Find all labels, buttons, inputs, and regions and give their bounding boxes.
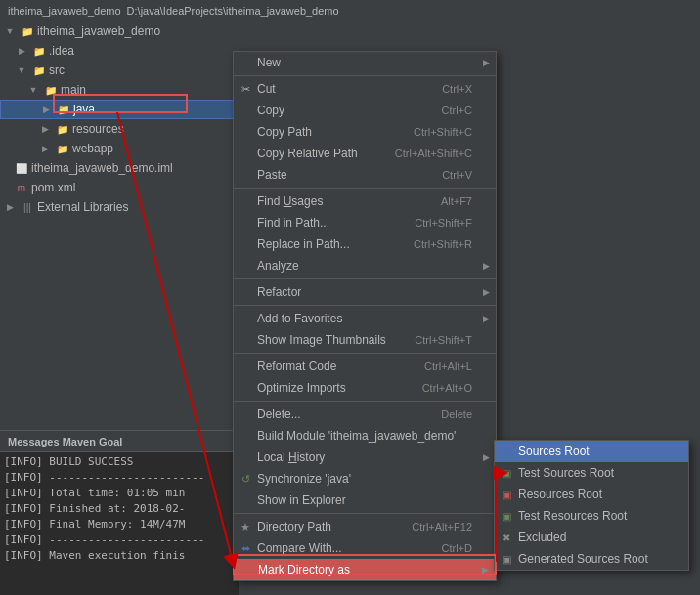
- compare-icon: ⬌: [238, 542, 253, 555]
- mark-directory-submenu: ▣ Sources Root ▣ Test Sources Root ▣ Res…: [494, 440, 689, 571]
- tree-item-iml[interactable]: ⬜ itheima_javaweb_demo.iml: [0, 158, 235, 178]
- menu-item-new[interactable]: New: [234, 52, 496, 73]
- menu-label: Show Image Thumbnails: [257, 333, 386, 347]
- console-content: [INFO] BUILD SUCCESS [INFO] ------------…: [0, 452, 239, 566]
- tree-item-java[interactable]: ▶ 📁 java: [0, 100, 235, 119]
- tree-item-pom[interactable]: m pom.xml: [0, 178, 235, 197]
- tree-item-idea[interactable]: ▶ 📁 .idea: [0, 41, 235, 61]
- shortcut-label: Ctrl+Shift+T: [415, 334, 488, 346]
- menu-item-replace-in-path[interactable]: Replace in Path... Ctrl+Shift+R: [234, 234, 496, 255]
- project-name: itheima_javaweb_demo: [8, 5, 121, 17]
- menu-item-compare[interactable]: ⬌ Compare With... Ctrl+D: [234, 537, 496, 559]
- shortcut-label: Ctrl+Shift+F: [415, 217, 488, 229]
- project-path: D:\java\IdeaProjects\itheima_javaweb_dem…: [127, 5, 339, 17]
- submenu-item-test-resources[interactable]: ▣ Test Resources Root: [495, 505, 688, 527]
- menu-label: Find Usages: [257, 194, 323, 208]
- tree-item-src[interactable]: ▼ 📁 src: [0, 61, 235, 80]
- tree-label: src: [49, 64, 65, 77]
- menu-separator: [234, 278, 496, 279]
- menu-label: Add to Favorites: [257, 312, 342, 325]
- expand-icon: ▶: [37, 141, 53, 156]
- shortcut-label: Ctrl+V: [442, 169, 488, 181]
- menu-separator: [234, 305, 496, 306]
- cut-icon: ✂: [238, 83, 253, 96]
- expand-icon: ▶: [14, 43, 29, 59]
- tree-label: itheima_javaweb_demo.iml: [31, 161, 173, 175]
- menu-separator: [234, 75, 496, 76]
- xml-icon: m: [14, 180, 29, 195]
- tree-label: java: [73, 103, 95, 116]
- console-header: Messages Maven Goal: [0, 431, 239, 452]
- shortcut-label: Ctrl+Alt+L: [424, 361, 488, 372]
- menu-item-explorer[interactable]: Show in Explorer: [234, 489, 496, 511]
- tree-item-resources[interactable]: ▶ 📁 resources: [0, 119, 235, 139]
- menu-label: Reformat Code: [257, 360, 336, 373]
- menu-label: Find in Path...: [257, 216, 329, 230]
- menu-item-find-usages[interactable]: Find Usages Alt+F7: [234, 191, 496, 212]
- expand-icon: ▶: [37, 121, 53, 137]
- menu-item-paste[interactable]: Paste Ctrl+V: [234, 164, 496, 186]
- tree-item-main[interactable]: ▼ 📁 main: [0, 80, 235, 100]
- shortcut-label: Delete: [441, 408, 488, 420]
- menu-item-analyze[interactable]: Analyze: [234, 255, 496, 276]
- path-icon: ★: [238, 521, 253, 533]
- menu-item-history[interactable]: Local History: [234, 446, 496, 468]
- menu-item-delete[interactable]: Delete... Delete: [234, 404, 496, 425]
- tree-label: pom.xml: [31, 181, 75, 194]
- menu-item-build[interactable]: Build Module 'itheima_javaweb_demo': [234, 425, 496, 446]
- expand-icon: ▶: [38, 102, 54, 117]
- sources-root-icon: ▣: [499, 444, 514, 459]
- console-line: [INFO] Total time: 01:05 min: [4, 486, 235, 501]
- submenu-item-sources-root[interactable]: ▣ Sources Root: [495, 441, 688, 462]
- submenu-item-test-sources[interactable]: ▣ Test Sources Root: [495, 462, 688, 484]
- expand-icon: ▶: [2, 199, 18, 215]
- menu-item-copy-path[interactable]: Copy Path Ctrl+Shift+C: [234, 121, 496, 143]
- expand-icon: ▼: [2, 23, 18, 39]
- menu-item-dir-path[interactable]: ★ Directory Path Ctrl+Alt+F12: [234, 516, 496, 537]
- submenu-item-generated[interactable]: ▣ Generated Sources Root: [495, 548, 688, 570]
- folder-icon: 📁: [43, 82, 59, 98]
- menu-item-thumbnails[interactable]: Show Image Thumbnails Ctrl+Shift+T: [234, 329, 496, 351]
- tree-item-project[interactable]: ▼ 📁 itheima_javaweb_demo: [0, 21, 235, 41]
- submenu-label: Test Resources Root: [518, 509, 627, 523]
- menu-item-sync[interactable]: ↺ Synchronize 'java': [234, 468, 496, 489]
- sync-icon: ↺: [238, 473, 253, 486]
- tree-label: itheima_javaweb_demo: [37, 24, 160, 38]
- shortcut-label: Ctrl+Shift+C: [414, 126, 488, 138]
- menu-item-reformat[interactable]: Reformat Code Ctrl+Alt+L: [234, 356, 496, 377]
- menu-label: Optimize Imports: [257, 381, 346, 395]
- menu-item-mark-dir[interactable]: Mark Directory as: [234, 559, 496, 580]
- menu-item-refactor[interactable]: Refactor: [234, 281, 496, 303]
- menu-item-copy[interactable]: Copy Ctrl+C: [234, 100, 496, 121]
- expand-icon: ▼: [25, 82, 41, 98]
- submenu-label: Generated Sources Root: [518, 552, 648, 566]
- submenu-item-excluded[interactable]: ✖ Excluded: [495, 527, 688, 548]
- shortcut-label: Ctrl+Alt+O: [422, 382, 488, 394]
- menu-label: Show in Explorer: [257, 493, 346, 507]
- excluded-icon: ✖: [499, 530, 514, 545]
- menu-label: Mark Directory as: [258, 563, 350, 576]
- submenu-label: Resources Root: [518, 488, 602, 501]
- project-icon: 📁: [20, 23, 35, 39]
- shortcut-label: Ctrl+Alt+F12: [412, 521, 488, 532]
- resources-icon: ▣: [499, 487, 514, 502]
- context-menu: New ✂ Cut Ctrl+X Copy Ctrl+C Copy Path C…: [233, 51, 497, 581]
- shortcut-label: Alt+F7: [441, 195, 488, 207]
- folder-icon: 📁: [55, 141, 70, 156]
- tree-item-ext-libs[interactable]: ▶ ||| External Libraries: [0, 197, 235, 217]
- menu-label: Local History: [257, 450, 325, 464]
- folder-icon: 📁: [31, 43, 47, 59]
- menu-label: Analyze: [257, 259, 299, 273]
- menu-label: Refactor: [257, 285, 301, 299]
- menu-item-favorites[interactable]: Add to Favorites: [234, 308, 496, 329]
- menu-item-find-in-path[interactable]: Find in Path... Ctrl+Shift+F: [234, 212, 496, 234]
- menu-label: Build Module 'itheima_javaweb_demo': [257, 429, 456, 443]
- menu-item-cut[interactable]: ✂ Cut Ctrl+X: [234, 78, 496, 100]
- shortcut-label: Ctrl+X: [442, 83, 488, 95]
- menu-item-optimize[interactable]: Optimize Imports Ctrl+Alt+O: [234, 377, 496, 399]
- submenu-item-resources[interactable]: ▣ Resources Root: [495, 484, 688, 505]
- tree-item-webapp[interactable]: ▶ 📁 webapp: [0, 139, 235, 158]
- menu-item-copy-rel-path[interactable]: Copy Relative Path Ctrl+Alt+Shift+C: [234, 143, 496, 164]
- menu-separator: [234, 513, 496, 514]
- expand-icon: ▼: [14, 63, 29, 78]
